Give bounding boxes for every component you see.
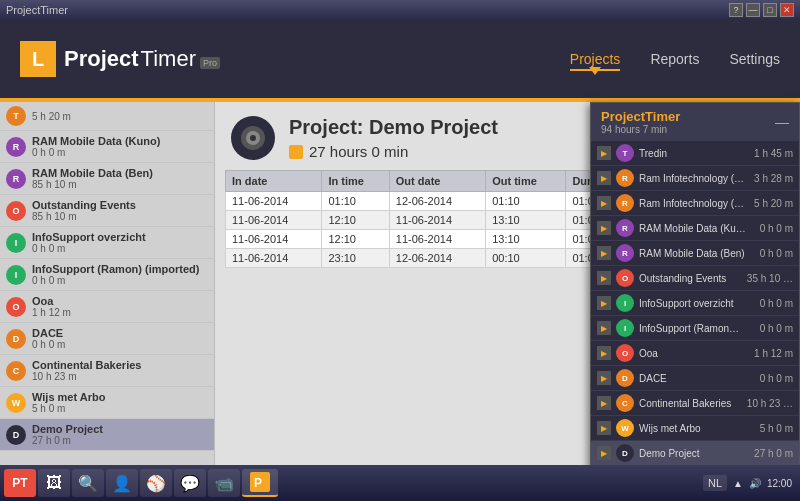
sidebar-item-4[interactable]: I InfoSupport overzicht 0 h 0 m xyxy=(0,227,214,259)
sidebar-item-8-info: Continental Bakeries 10 h 23 m xyxy=(32,359,208,382)
sidebar-item-4-icon: I xyxy=(6,233,26,253)
fp-item-9[interactable]: ▶DDACE0 h 0 m xyxy=(591,366,799,391)
sidebar-list: T 5 h 20 m R RAM Mobile Data (Kuno) 0 h … xyxy=(0,102,214,472)
fp-item-5[interactable]: ▶OOutstanding Events35 h 10 … xyxy=(591,266,799,291)
fp-item-time-5: 35 h 10 … xyxy=(747,273,793,284)
project-title: Project: Demo Project xyxy=(289,116,498,139)
sidebar-item-7[interactable]: D DACE 0 h 0 m xyxy=(0,323,214,355)
nav-settings-link[interactable]: Settings xyxy=(729,51,780,67)
sidebar-item-6[interactable]: O Ooa 1 h 12 m xyxy=(0,291,214,323)
col-in-date: In date xyxy=(226,171,322,192)
taskbar-lang: NL xyxy=(703,475,727,491)
sidebar-item-0[interactable]: T 5 h 20 m xyxy=(0,102,214,131)
table-cell-0-2: 12-06-2014 xyxy=(389,192,485,211)
sidebar-item-5-name: InfoSupport (Ramon) (imported) xyxy=(32,263,208,275)
fp-item-time-12: 27 h 0 m xyxy=(754,448,793,459)
sidebar-item-6-info: Ooa 1 h 12 m xyxy=(32,295,208,318)
sidebar-item-5-info: InfoSupport (Ramon) (imported) 0 h 0 m xyxy=(32,263,208,286)
sidebar-item-3-time: 85 h 10 m xyxy=(32,211,208,222)
sidebar-item-7-icon: D xyxy=(6,329,26,349)
sidebar-item-8-icon: C xyxy=(6,361,26,381)
taskbar-explorer-button[interactable]: 🖼 xyxy=(38,469,70,497)
col-out-date: Out date xyxy=(389,171,485,192)
help-button[interactable]: ? xyxy=(729,3,743,17)
fp-item-1[interactable]: ▶RRam Infotechnology (…3 h 28 m xyxy=(591,166,799,191)
window-controls[interactable]: ? — □ ✕ xyxy=(729,3,794,17)
taskbar-search-button[interactable]: 🔍 xyxy=(72,469,104,497)
nav-projects[interactable]: Projects xyxy=(570,51,621,67)
fp-item-2[interactable]: ▶RRam Infotechnology (…5 h 20 m xyxy=(591,191,799,216)
taskbar-active-app[interactable]: P xyxy=(242,469,278,497)
fp-item-time-11: 5 h 0 m xyxy=(760,423,793,434)
fp-item-name-2: Ram Infotechnology (… xyxy=(639,198,749,209)
fp-play-icon-12: ▶ xyxy=(597,446,611,460)
sidebar-item-1[interactable]: R RAM Mobile Data (Kuno) 0 h 0 m xyxy=(0,131,214,163)
fp-item-time-1: 3 h 28 m xyxy=(754,173,793,184)
fp-item-icon-2: R xyxy=(616,194,634,212)
sidebar-item-3-info: Outstanding Events 85 h 10 m xyxy=(32,199,208,222)
logo-pro: Pro xyxy=(200,57,220,69)
fp-play-icon-9: ▶ xyxy=(597,371,611,385)
fp-item-0[interactable]: ▶TTredin1 h 45 m xyxy=(591,141,799,166)
fp-play-icon-10: ▶ xyxy=(597,396,611,410)
minimize-button[interactable]: — xyxy=(746,3,760,17)
fp-item-time-7: 0 h 0 m xyxy=(760,323,793,334)
sidebar-item-8-time: 10 h 23 m xyxy=(32,371,208,382)
taskbar-video-button[interactable]: 📹 xyxy=(208,469,240,497)
table-cell-2-2: 11-06-2014 xyxy=(389,230,485,249)
titlebar: ProjectTimer ? — □ ✕ xyxy=(0,0,800,20)
taskbar-person-button[interactable]: 👤 xyxy=(106,469,138,497)
maximize-button[interactable]: □ xyxy=(763,3,777,17)
sidebar-item-1-icon: R xyxy=(6,137,26,157)
logo-icon: L xyxy=(20,41,56,77)
fp-item-icon-12: D xyxy=(616,444,634,462)
taskbar-start-button[interactable]: PT xyxy=(4,469,36,497)
main-nav: Projects Reports Settings xyxy=(570,51,780,67)
fp-item-10[interactable]: ▶CContinental Bakeries10 h 23 … xyxy=(591,391,799,416)
fp-item-icon-8: O xyxy=(616,344,634,362)
fp-close-button[interactable]: — xyxy=(775,114,789,130)
fp-item-name-5: Outstanding Events xyxy=(639,273,742,284)
logo-text: Project Timer Pro xyxy=(64,46,220,72)
fp-item-name-6: InfoSupport overzicht xyxy=(639,298,755,309)
fp-play-icon-0: ▶ xyxy=(597,146,611,160)
fp-item-time-2: 5 h 20 m xyxy=(754,198,793,209)
fp-play-icon-3: ▶ xyxy=(597,221,611,235)
sidebar-item-2[interactable]: R RAM Mobile Data (Ben) 85 h 10 m xyxy=(0,163,214,195)
fp-play-icon-4: ▶ xyxy=(597,246,611,260)
sidebar-item-4-time: 0 h 0 m xyxy=(32,243,208,254)
col-out-time: Out time xyxy=(486,171,566,192)
table-cell-1-2: 11-06-2014 xyxy=(389,211,485,230)
fp-item-12[interactable]: ▶DDemo Project27 h 0 m xyxy=(591,441,799,466)
fp-play-icon-11: ▶ xyxy=(597,421,611,435)
taskbar-right: NL ▲ 🔊 12:00 xyxy=(703,475,796,491)
fp-item-8[interactable]: ▶OOoa1 h 12 m xyxy=(591,341,799,366)
project-title-prefix: Project: xyxy=(289,116,363,138)
fp-item-7[interactable]: ▶IInfoSupport (Ramon…0 h 0 m xyxy=(591,316,799,341)
sidebar-item-10[interactable]: D Demo Project 27 h 0 m xyxy=(0,419,214,451)
fp-item-11[interactable]: ▶WWijs met Arbo5 h 0 m xyxy=(591,416,799,441)
sidebar-item-5[interactable]: I InfoSupport (Ramon) (imported) 0 h 0 m xyxy=(0,259,214,291)
fp-item-time-6: 0 h 0 m xyxy=(760,298,793,309)
fp-item-icon-0: T xyxy=(616,144,634,162)
close-button[interactable]: ✕ xyxy=(780,3,794,17)
sidebar-item-9[interactable]: W Wijs met Arbo 5 h 0 m xyxy=(0,387,214,419)
taskbar-ball-button[interactable]: ⚾ xyxy=(140,469,172,497)
fp-item-icon-3: R xyxy=(616,219,634,237)
taskbar-chat-button[interactable]: 💬 xyxy=(174,469,206,497)
sidebar-item-3[interactable]: O Outstanding Events 85 h 10 m xyxy=(0,195,214,227)
sidebar-item-10-info: Demo Project 27 h 0 m xyxy=(32,423,208,446)
sidebar-item-8[interactable]: C Continental Bakeries 10 h 23 m xyxy=(0,355,214,387)
fp-item-time-4: 0 h 0 m xyxy=(760,248,793,259)
fp-item-name-7: InfoSupport (Ramon… xyxy=(639,323,755,334)
fp-header-info: ProjectTimer 94 hours 7 min xyxy=(601,109,680,135)
nav-reports-link[interactable]: Reports xyxy=(650,51,699,67)
fp-item-3[interactable]: ▶RRAM Mobile Data (Ku…0 h 0 m xyxy=(591,216,799,241)
fp-item-6[interactable]: ▶IInfoSupport overzicht0 h 0 m xyxy=(591,291,799,316)
project-logo-svg xyxy=(239,124,267,152)
fp-item-name-8: Ooa xyxy=(639,348,749,359)
project-time-row: 27 hours 0 min xyxy=(289,143,498,160)
fp-item-4[interactable]: ▶RRAM Mobile Data (Ben)0 h 0 m xyxy=(591,241,799,266)
sidebar-item-3-name: Outstanding Events xyxy=(32,199,208,211)
sidebar-item-6-name: Ooa xyxy=(32,295,208,307)
